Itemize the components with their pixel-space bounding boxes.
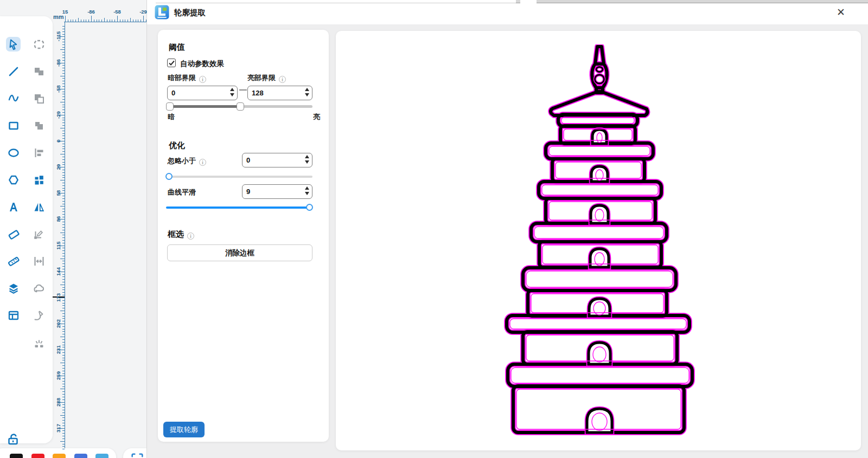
tool-measure-icon[interactable] <box>6 254 21 268</box>
ruler-tick <box>62 240 65 241</box>
ruler-tick <box>62 279 65 280</box>
ruler-tick <box>62 34 65 35</box>
app-logo-icon <box>155 5 169 20</box>
ruler-tick <box>62 412 65 413</box>
ruler-tick <box>62 105 65 105</box>
dark-limit-info-icon[interactable]: i <box>199 76 206 83</box>
dark-limit-input[interactable] <box>167 86 238 100</box>
ruler-tick <box>62 352 65 353</box>
ruler-tick <box>123 20 123 22</box>
tool-text-icon[interactable] <box>6 199 21 214</box>
tool-distribute-icon[interactable] <box>31 254 46 268</box>
tool-node-break-icon[interactable] <box>31 335 46 350</box>
auto-params-label: 自动参数效果 <box>180 59 224 69</box>
ruler-tick <box>60 285 65 285</box>
smooth-spin-buttons[interactable] <box>305 186 309 195</box>
dark-limit-spin-buttons[interactable] <box>230 88 234 96</box>
color-swatch[interactable] <box>53 454 66 458</box>
ignore-spin-buttons[interactable] <box>305 155 309 164</box>
ruler-tick <box>62 224 65 225</box>
bright-limit-slider-handle[interactable] <box>237 102 244 111</box>
threshold-heading: 阈值 <box>169 42 185 53</box>
color-swatch[interactable] <box>31 454 44 458</box>
tool-mirror-icon[interactable] <box>31 199 46 214</box>
tool-polygon-icon[interactable] <box>6 172 21 187</box>
ruler-tick <box>62 303 65 304</box>
ruler-tick <box>62 425 65 426</box>
smooth-input[interactable] <box>242 184 312 199</box>
tool-subtract-icon[interactable] <box>31 118 46 133</box>
color-swatch[interactable] <box>10 454 23 458</box>
ruler-tick <box>62 399 65 400</box>
ignore-input[interactable] <box>242 153 312 167</box>
bright-limit-input[interactable] <box>247 86 312 100</box>
ruler-tick <box>62 230 65 230</box>
ruler-tick <box>60 337 65 337</box>
tool-intersect-icon[interactable] <box>31 91 46 106</box>
tool-table-icon[interactable] <box>6 308 21 322</box>
bright-limit-info-icon[interactable]: i <box>279 76 286 83</box>
ignore-info-icon[interactable]: i <box>199 159 206 166</box>
tool-eraser-icon[interactable] <box>6 227 21 241</box>
ruler-tick <box>62 256 65 256</box>
ruler-tick <box>62 410 65 410</box>
tool-cloud-icon[interactable] <box>31 281 46 295</box>
tool-lasso-icon[interactable] <box>31 37 46 51</box>
ruler-tick <box>62 185 65 186</box>
tool-ellipse-icon[interactable] <box>6 145 21 160</box>
smooth-slider[interactable] <box>166 207 312 209</box>
box-select-info-icon[interactable]: i <box>187 233 194 240</box>
tool-layers-icon[interactable] <box>6 281 21 295</box>
tool-align-icon[interactable] <box>31 145 46 160</box>
auto-params-checkbox[interactable] <box>167 59 176 67</box>
ruler-tick <box>62 237 65 238</box>
threshold-range-slider[interactable] <box>167 105 312 108</box>
color-swatch[interactable] <box>95 454 108 458</box>
drawing-toolbar <box>0 16 53 443</box>
ruler-tick <box>62 305 65 306</box>
ruler-tick <box>62 444 65 444</box>
ignore-slider-handle[interactable] <box>165 173 173 180</box>
ruler-tick <box>62 300 65 301</box>
ruler-tick <box>60 415 65 416</box>
close-icon[interactable]: ✕ <box>833 5 848 20</box>
tool-union-icon[interactable] <box>31 64 46 79</box>
ruler-tick <box>62 52 65 53</box>
unlock-icon[interactable] <box>6 431 21 446</box>
tool-pen-edit-icon[interactable] <box>31 227 46 241</box>
contour-preview-panel <box>336 31 861 450</box>
ruler-tick <box>84 20 84 22</box>
ruler-tick <box>62 198 65 199</box>
frame-capture-icon[interactable] <box>130 451 145 458</box>
ruler-label: -58 <box>109 8 125 16</box>
ruler-tick <box>62 391 65 392</box>
ruler-tick <box>62 177 65 178</box>
ruler-label: 317 <box>55 420 62 436</box>
tool-grid-icon[interactable] <box>31 172 46 187</box>
ruler-tick <box>62 170 65 170</box>
window-top-strip <box>516 0 868 3</box>
ruler-tick <box>117 16 118 22</box>
tool-select-icon[interactable] <box>6 37 21 51</box>
smooth-slider-handle[interactable] <box>306 204 313 211</box>
tool-curve-icon[interactable] <box>6 91 21 106</box>
extract-contour-button[interactable]: 提取轮廓 <box>163 422 205 437</box>
ruler-tick <box>62 55 65 55</box>
ruler-tick <box>62 78 65 79</box>
color-swatch[interactable] <box>74 454 87 458</box>
tool-rectangle-icon[interactable] <box>6 118 21 133</box>
dark-limit-slider-handle[interactable] <box>166 102 174 111</box>
ruler-tick <box>62 316 65 317</box>
ruler-tick <box>62 420 65 421</box>
tool-line-icon[interactable] <box>6 64 21 79</box>
ruler-tick <box>107 20 107 22</box>
remove-border-button[interactable]: 消除边框 <box>167 244 312 261</box>
bright-limit-spin-buttons[interactable] <box>305 88 309 96</box>
ruler-tick <box>62 360 65 360</box>
ruler-tick <box>62 436 65 436</box>
ruler-tick <box>62 342 65 343</box>
tool-pen-draw-icon[interactable] <box>31 308 46 322</box>
app-window: mm 轮廓提取 ✕ <box>0 0 868 458</box>
ruler-tick <box>62 164 65 165</box>
ignore-slider[interactable] <box>166 176 312 178</box>
